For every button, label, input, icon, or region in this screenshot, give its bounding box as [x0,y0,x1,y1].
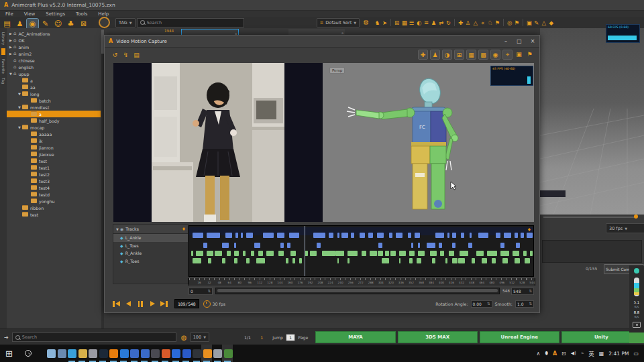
tree-item-long[interactable]: ▼long [7,90,101,97]
keyframe-segment[interactable] [203,243,207,248]
keyframe-segment[interactable] [382,258,388,263]
tree-item-aaaaa[interactable]: aaaaa [7,131,101,137]
tree-expander-icon[interactable]: ▶ [8,38,13,42]
tree-item-anim2[interactable]: ▶⌂anim2 [7,50,101,57]
dialog-titlebar[interactable]: A Video Motion Capture – □ × [105,36,539,48]
keyframe-segment[interactable] [287,243,290,248]
taskbar-media-app-icon[interactable] [87,345,98,362]
grid-view-icon[interactable]: ⊞ [393,19,400,26]
keyframe-segment[interactable] [435,233,444,238]
export-unreal-engine-button[interactable]: Unreal Engine [480,331,559,343]
statusbar-search-input[interactable]: Search [12,333,176,342]
tree-item-chinese[interactable]: ⌂chinese [7,57,101,64]
keyframe-segment[interactable] [222,243,229,248]
keyframe-segment[interactable] [378,251,383,256]
library-icon[interactable]: ▤ [1,19,13,29]
keyframe-segment[interactable] [322,251,336,256]
tree-item-test2[interactable]: test2 [7,171,101,178]
timeline-clip-area[interactable]: ♦ [189,225,534,277]
clock-time[interactable]: 2:41 PM [608,351,629,357]
main-timeline-slider[interactable] [543,217,637,218]
keyframe-segment[interactable] [415,233,420,238]
record-icon[interactable]: ◎ [506,19,513,26]
taskbar-maya-icon[interactable] [129,345,140,362]
asset-thumbnail[interactable]: a [288,29,345,35]
save-icon[interactable]: ▤ [132,50,141,59]
tree-item-ik[interactable]: ik [7,137,101,144]
edit-icon[interactable]: ✎ [533,19,540,26]
tree-item-jianron[interactable]: jianron [7,144,101,151]
track-L_Ankle[interactable]: ◆L_Ankle [113,234,188,242]
tree-item-upup[interactable]: ▼⌂upup [7,70,101,77]
grid-sparse-icon[interactable]: ⊞ [454,50,464,60]
keyframe-segment[interactable] [351,233,354,238]
tree-item-half_body[interactable]: half_body [7,117,101,124]
keyframe-segment[interactable] [191,251,193,256]
jump-input[interactable]: 1 [286,334,295,341]
range-end-input[interactable]: 548⇅ [511,288,534,295]
keyframe-segment[interactable] [504,233,511,238]
keyframe-segment[interactable] [256,258,265,263]
smooth-input[interactable]: 1.0⇅ [515,300,534,308]
calendar-icon[interactable]: ▦ [599,351,604,357]
notification-icon[interactable]: ▭ [633,351,639,357]
tree-item-test[interactable]: test [7,211,101,218]
main-3d-viewport[interactable] [540,28,644,215]
character-pose-icon[interactable]: ♟ [430,19,437,26]
keyframe-segment[interactable] [496,233,501,238]
capture-widget-button[interactable] [629,333,644,343]
tree-expander-icon[interactable]: ▶ [8,52,13,56]
motion-capture-icon[interactable]: ◉ [27,19,38,29]
tree-item-test[interactable]: test [7,158,101,164]
taskbar-pin-app-icon[interactable] [160,345,170,362]
track-options-icon[interactable]: ♦ [182,227,186,232]
keyframe-segment[interactable] [530,251,533,256]
record-icon[interactable]: ◉ [490,50,500,60]
zoom-select[interactable]: 100▼ [190,333,209,342]
character-icon[interactable]: ♟ [14,19,25,29]
keyframe-segment[interactable] [417,258,422,263]
pose-icon[interactable]: ♙ [464,19,472,26]
keyframe-segment[interactable] [452,243,455,248]
frame-ruler[interactable]: 1632486480961121281441601761922082242402… [189,278,535,286]
tree-item-anim[interactable]: ▶⌂anim [7,44,101,50]
lamp-icon[interactable]: ◑ [442,50,452,60]
taskbar-word-icon[interactable] [180,345,191,362]
taskbar-screen-tool-icon[interactable] [150,345,160,362]
keyframe-segment[interactable] [337,258,339,263]
keyframe-segment[interactable] [254,243,260,248]
keyframe-segment[interactable] [452,233,455,238]
keyframe-segment[interactable] [193,258,201,263]
taskbar-photos-icon[interactable] [170,345,181,362]
run-icon[interactable]: ♞ [374,19,381,26]
keyframe-segment[interactable] [368,233,374,238]
keyframe-segment[interactable] [478,233,488,238]
person-icon[interactable]: ♟ [430,50,440,60]
add-icon[interactable]: ✚ [457,19,464,26]
keyframe-segment[interactable] [235,233,238,238]
collapse-arrow-icon[interactable]: ➔ [4,335,9,341]
keyframe-segment[interactable] [317,243,321,248]
tree-item-test3[interactable]: test3 [7,178,101,184]
tab-favorite[interactable]: Favorite [1,59,5,74]
keyframe-segment[interactable] [449,251,454,256]
asset-box-icon[interactable]: ⊠ [78,19,89,29]
keyframe-segment[interactable] [289,233,299,238]
keyframe-segment[interactable] [377,233,384,238]
gear-icon[interactable]: ⚙ [362,19,370,26]
keyframe-segment[interactable] [234,243,236,248]
checker-icon[interactable]: ▩ [478,50,488,60]
keyframe-segment[interactable] [241,233,243,238]
keyframe-segment[interactable] [310,251,317,256]
keyframe-segment[interactable] [432,258,435,263]
tree-item-mocap[interactable]: ▼mocap [7,124,101,131]
skip-start-button[interactable] [110,300,122,308]
keyframe-segment[interactable] [243,251,246,256]
keyframe-segment[interactable] [370,251,376,256]
clip-flag-icon[interactable]: ♦ [527,227,531,233]
taskbar-remote-desktop-icon[interactable] [212,345,223,362]
rewind-icon[interactable]: « [479,19,486,26]
asset-search-input[interactable]: Search [137,18,244,27]
keyframe-segment[interactable] [225,233,232,238]
warning-icon[interactable]: △ [540,19,547,26]
